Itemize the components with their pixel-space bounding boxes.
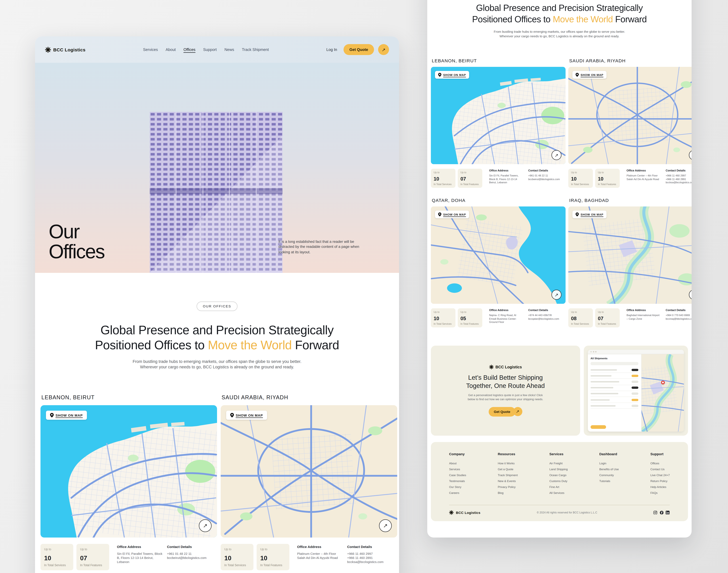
features-count: 07 <box>80 554 106 562</box>
nav-item-support[interactable]: Support <box>203 47 217 52</box>
footer-link[interactable]: Customs Duty <box>549 478 568 484</box>
features-caption: In Total Features <box>80 564 106 567</box>
contact-line: bccqatar@bcclogistics.com <box>528 317 566 321</box>
features-caption: In Total Features <box>260 564 286 567</box>
get-quote-button[interactable]: Get Quote <box>343 44 374 55</box>
office-address-label: Office Address <box>627 309 661 312</box>
main-nav: Services About Offices Support News Trac… <box>143 47 269 52</box>
open-map-button[interactable]: ↗ <box>551 150 562 160</box>
footer-link[interactable]: Login <box>599 460 619 466</box>
brand-name: BCC Logistics <box>456 511 481 515</box>
show-on-map-button[interactable]: SHOW ON MAP <box>435 211 469 218</box>
stat-features: Up to 07 In Total Features <box>458 169 482 188</box>
footer-link[interactable]: Live Chat 24×7 <box>650 472 670 478</box>
instagram-icon[interactable] <box>653 511 658 515</box>
footer-link[interactable]: About <box>449 460 466 466</box>
footer-link[interactable]: Offices <box>650 460 670 466</box>
footer-link[interactable]: Land Shipping <box>549 466 568 472</box>
footer-link[interactable]: New & Events <box>498 478 518 484</box>
show-on-map-button[interactable]: SHOW ON MAP <box>46 411 87 420</box>
shipment-row <box>591 391 638 397</box>
show-on-map-label: SHOW ON MAP <box>581 73 603 76</box>
office-address-text: Sin El Fil, Parallel Towers, Block B, Fl… <box>489 174 524 185</box>
office-stats: Up to 10 In Total Services Up to 10 In T… <box>568 169 692 188</box>
footer-link[interactable]: Services <box>449 466 466 472</box>
footer-link[interactable]: Return Policy <box>650 478 670 484</box>
map-riyadh <box>221 405 397 537</box>
footer-link[interactable]: Fine Art <box>549 484 568 490</box>
footer-link[interactable]: Air Freight <box>549 460 568 466</box>
show-on-map-button[interactable]: SHOW ON MAP <box>435 71 469 79</box>
footer-link[interactable]: Testimonials <box>449 478 466 484</box>
contact-line: +966 11 460 2891 <box>347 556 397 560</box>
nav-item-services[interactable]: Services <box>143 47 158 52</box>
office-address: Office Address Platinum Center – 4th Flo… <box>297 544 343 570</box>
get-quote-button[interactable]: Get Quote <box>489 407 515 416</box>
footer-link[interactable]: Case Studies <box>449 472 466 478</box>
footer-link[interactable]: Blog <box>498 490 518 496</box>
contact-details: Contact Details +974 44 443 436/7/8 bccq… <box>528 308 566 327</box>
facebook-icon[interactable] <box>660 511 664 515</box>
contact-details-label: Contact Details <box>666 309 692 312</box>
stat-services: Up to 10 In Total Services <box>431 308 455 327</box>
section-heading: Global Presence and Precision Strategica… <box>35 323 399 353</box>
footer-link[interactable]: Help Articles <box>650 484 670 490</box>
contact-details-label: Contact Details <box>167 545 217 549</box>
footer-bottom: BCC Logistics © 2024 All rights reserved… <box>449 510 670 515</box>
map-beirut <box>431 67 566 164</box>
show-on-map-button[interactable]: SHOW ON MAP <box>572 71 606 79</box>
office-address: Office Address Najma- C Ring Road, Al Em… <box>489 308 524 327</box>
subtext-line-1: From bustling trade hubs to emerging mar… <box>427 30 692 34</box>
services-caption: In Total Services <box>434 322 453 325</box>
office-address: Office Address Baghdad International Air… <box>627 308 661 327</box>
show-on-map-button[interactable]: SHOW ON MAP <box>226 411 267 420</box>
footer-link[interactable]: Our Story <box>449 484 466 490</box>
contact-details-label: Contact Details <box>528 309 566 312</box>
open-map-button[interactable]: ↗ <box>199 519 211 532</box>
footer-link[interactable]: Get a Quote <box>498 466 518 472</box>
footer-link[interactable]: Ocean Cargo <box>549 472 568 478</box>
office-stats: Up to 10 In Total Services Up to 05 In T… <box>431 308 566 327</box>
features-caption: In Total Features <box>460 322 480 325</box>
footer-link[interactable]: Careers <box>449 490 466 496</box>
features-count: 10 <box>598 176 617 181</box>
footer-link[interactable]: All Services <box>549 490 568 496</box>
login-link[interactable]: Log In <box>326 47 337 52</box>
footer-link[interactable]: Privacy Policy <box>498 484 518 490</box>
footer-link[interactable]: Contact Us <box>650 466 670 472</box>
nav-item-about[interactable]: About <box>165 47 176 52</box>
design-canvas: BCC Logistics Services About Offices Sup… <box>0 0 728 573</box>
open-map-button[interactable]: ↗ <box>551 290 562 300</box>
contact-line: bccbeirut@bbclogistics.com <box>167 556 217 560</box>
section-badge: OUR OFFICES <box>197 302 238 311</box>
up-to-label: Up to <box>460 171 480 174</box>
browser-chrome <box>588 350 684 354</box>
office-name: LEBANON, BEIRUT <box>432 58 566 63</box>
services-caption: In Total Services <box>571 322 590 325</box>
linkedin-icon[interactable] <box>666 511 670 515</box>
open-map-button[interactable]: ↗ <box>379 519 392 532</box>
footer-link[interactable]: How it Works <box>498 460 518 466</box>
footer-link[interactable]: FAQs <box>650 490 670 496</box>
get-quote-arrow-button[interactable]: ↗ <box>378 44 389 55</box>
logo-icon <box>489 365 494 369</box>
arrow-up-right-icon: ↗ <box>516 409 519 414</box>
section-subtext: From bustling trade hubs to emerging mar… <box>35 359 399 370</box>
footer-link[interactable]: Track Shipment <box>498 472 518 478</box>
nav-item-track-shipment[interactable]: Track Shipment <box>242 47 269 52</box>
contact-details: Contact Details +966 11 460 2997 +966 11… <box>347 544 397 570</box>
office-map: SHOW ON MAP ↗ <box>221 405 397 537</box>
footer-link[interactable]: Benefits of Use <box>599 466 619 472</box>
footer-link[interactable]: Tutorials <box>599 478 619 484</box>
nav-item-offices[interactable]: Offices <box>184 47 195 52</box>
cta-text-line-1: Get a personalized logistics quote in ju… <box>456 394 554 398</box>
footer-link[interactable]: Community <box>599 472 619 478</box>
nav-item-news[interactable]: News <box>225 47 234 52</box>
brand-logo[interactable]: BCC Logistics <box>45 47 86 53</box>
footer-column-resources: Resources How it Works Get a Quote Track… <box>498 452 518 496</box>
contact-line: +964 0 770 643 6969 <box>666 314 692 317</box>
office-address-text: Baghdad International Airport – Cargo Zo… <box>627 314 661 321</box>
office-address-label: Office Address <box>489 169 524 172</box>
show-on-map-button[interactable]: SHOW ON MAP <box>572 211 606 218</box>
page-title-line-1: Our <box>49 222 104 242</box>
